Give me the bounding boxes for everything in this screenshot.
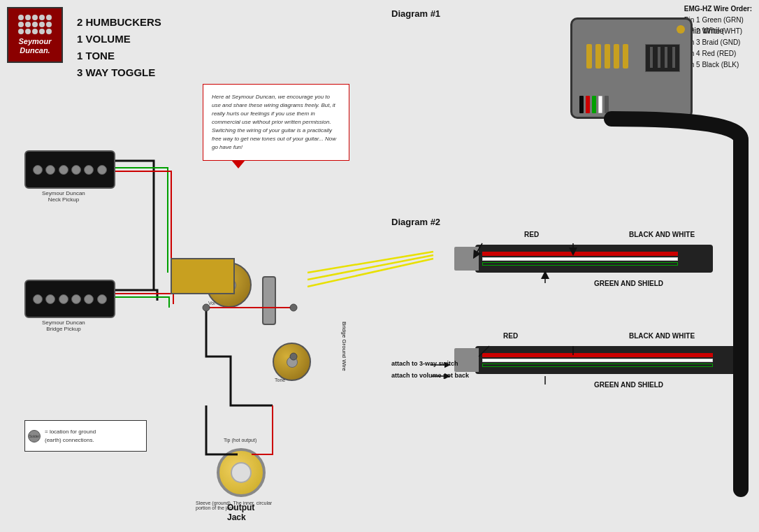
pole [97, 294, 107, 304]
output-jack-label: Output Jack [227, 503, 266, 522]
jack-inner [231, 462, 252, 483]
tip-label: Tip (hot output) [224, 438, 256, 443]
pole [97, 165, 107, 175]
logo-area: Seymour Duncan. [7, 7, 66, 70]
cable-diagram-lower: RED BLACK AND WHITE GREEN AND SHIELD [433, 343, 734, 384]
svg-line-2 [308, 255, 433, 280]
brand-name: Seymour Duncan. [18, 37, 51, 55]
diagram-title: 2 HUMBUCKERS 1 VOLUME 1 TONE 3 WAY TOGGL… [77, 14, 161, 81]
tone-label: Tone [275, 378, 285, 382]
pole [84, 294, 94, 304]
neck-pickup [24, 150, 115, 189]
logo-dots [18, 15, 52, 34]
bridge-pickup [24, 280, 115, 318]
diagram2-label: Diagram #2 [391, 217, 440, 227]
emg-connector-box [570, 17, 693, 119]
pole [45, 294, 55, 304]
bridge-pickup-label: Seymour DuncanBridge Pickup [42, 319, 85, 332]
pin-while-label: Pin While [688, 26, 724, 36]
pole [45, 165, 55, 175]
pole [59, 165, 68, 175]
ground-text: = location for ground(earth) connections… [45, 428, 96, 443]
toggle-switch [262, 276, 276, 325]
cable-diagram-upper: RED BLACK AND WHITE GREEN AND SHIELD [433, 241, 734, 283]
diagram1-label: Diagram #1 [391, 8, 440, 19]
svg-point-5 [290, 304, 297, 311]
svg-line-1 [308, 252, 433, 273]
ground-box: Solder = location for ground(earth) conn… [24, 420, 147, 452]
output-jack-area: Tip (hot output) Sleeve (ground). The in… [217, 448, 266, 497]
pole [71, 294, 81, 304]
volume-label: Vol [208, 301, 215, 305]
pole [59, 294, 68, 304]
jack-ring [217, 448, 266, 497]
solder-dot: Solder [28, 430, 41, 443]
tone-pot [273, 343, 311, 381]
attach-label-1: attach to 3-way switch [391, 360, 458, 367]
pole [71, 165, 81, 175]
pole [84, 165, 94, 175]
svg-text:Bridge Ground Wire: Bridge Ground Wire [341, 322, 347, 371]
bridge-pickup-poles [26, 281, 114, 317]
pole [33, 294, 43, 304]
pole [33, 165, 43, 175]
speech-bubble: Here at Seymour Duncan, we encourage you… [203, 84, 349, 161]
svg-line-3 [308, 259, 433, 287]
neck-pickup-label: Seymour DuncanNeck Pickup [42, 190, 85, 203]
emg-wire-info: EMG-HZ Wire Order: Pin 1 Green (GRN) Pin… [684, 3, 752, 71]
attach-label-2: attach to volume pot back [391, 372, 469, 379]
neck-pickup-poles [26, 152, 114, 187]
main-diagram: Seymour Duncan. 2 HUMBUCKERS 1 VOLUME 1 … [0, 0, 759, 532]
logo-box: Seymour Duncan. [7, 7, 63, 63]
